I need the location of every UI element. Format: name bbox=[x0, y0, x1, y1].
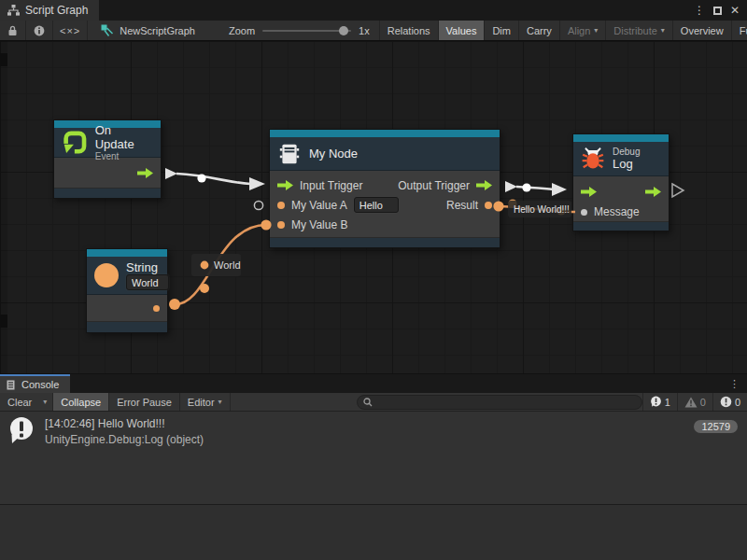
on-update-footer bbox=[54, 189, 161, 198]
node-on-update[interactable]: On Update Event bbox=[53, 119, 162, 199]
graph-asset[interactable]: NewScriptGraph bbox=[88, 21, 204, 40]
flow-dot bbox=[200, 284, 209, 293]
loop-event-icon bbox=[62, 130, 88, 156]
editor-label: Editor bbox=[188, 397, 215, 408]
tab-console[interactable]: Console bbox=[0, 374, 70, 393]
console-log-list: [14:02:46] Hello World!!! UnityEngine.De… bbox=[0, 412, 747, 504]
wire-start-arrow bbox=[505, 181, 517, 192]
result-port[interactable] bbox=[485, 202, 492, 209]
output-trigger-port[interactable] bbox=[476, 180, 492, 190]
window-menu-icon[interactable]: ⋮ bbox=[694, 5, 705, 16]
error-count-button[interactable]: 0 bbox=[712, 393, 747, 411]
on-update-output-port[interactable] bbox=[137, 168, 153, 178]
zoom-label: Zoom bbox=[229, 25, 255, 36]
distribute-button[interactable]: Distribute ▾ bbox=[606, 21, 672, 40]
collapse-button[interactable]: Collapse bbox=[53, 393, 109, 411]
console-toolbar: Clear ▾ Collapse Error Pause Editor ▾ bbox=[0, 393, 747, 412]
control-wire-1 bbox=[176, 174, 250, 184]
value-a-row: My Value A Result bbox=[270, 195, 500, 215]
overview-label: Overview bbox=[681, 25, 724, 36]
clear-button[interactable]: Clear bbox=[0, 393, 37, 411]
my-value-a-port[interactable] bbox=[277, 202, 285, 209]
overview-button[interactable]: Overview bbox=[673, 21, 732, 40]
my-value-b-port[interactable] bbox=[277, 221, 285, 229]
console-menu-icon[interactable]: ⋮ bbox=[729, 374, 747, 393]
graph-toolbar: <×> NewScriptGraph Zoom 1x Relations Val… bbox=[0, 21, 747, 41]
editor-dropdown-button[interactable]: Editor ▾ bbox=[180, 393, 231, 411]
node-accent-bar bbox=[573, 134, 669, 142]
zoom-slider[interactable] bbox=[262, 30, 351, 32]
zoom-value: 1x bbox=[359, 25, 370, 36]
log-input-trigger-port[interactable] bbox=[581, 187, 597, 197]
wire-end-arrow bbox=[249, 177, 265, 190]
my-value-b-label: My Value B bbox=[291, 218, 347, 231]
on-update-header: On Update Event bbox=[54, 128, 161, 158]
message-label: Message bbox=[594, 205, 640, 218]
node-string[interactable]: String bbox=[86, 248, 168, 333]
trigger-row: Input Trigger Output Trigger bbox=[270, 175, 500, 195]
output-trigger-label: Output Trigger bbox=[398, 179, 470, 192]
my-value-a-label: My Value A bbox=[291, 199, 347, 212]
full-screen-button[interactable]: Full S bbox=[732, 21, 747, 40]
tab-script-graph[interactable]: Script Graph bbox=[0, 0, 99, 21]
collapse-label: Collapse bbox=[61, 397, 101, 408]
console-panel: Console ⋮ Clear ▾ Collapse Error Pause E… bbox=[0, 373, 747, 560]
search-icon bbox=[363, 398, 373, 407]
my-node-body: Input Trigger Output Trigger My Value A … bbox=[270, 171, 500, 238]
unity-window: Script Graph ⋮ ✕ <×> bbox=[0, 0, 747, 560]
control-wire-2 bbox=[516, 187, 556, 189]
string-value-input[interactable] bbox=[126, 274, 169, 290]
node-accent-bar bbox=[270, 130, 500, 137]
window-controls: ⋮ ✕ bbox=[694, 0, 747, 21]
info-button[interactable] bbox=[26, 21, 53, 40]
on-update-body bbox=[54, 158, 161, 189]
node-my-node[interactable]: My Node Input Trigger Output Trigger bbox=[269, 129, 500, 248]
debug-log-body: Message bbox=[573, 176, 669, 222]
values-button[interactable]: Values bbox=[439, 21, 486, 40]
error-pause-button[interactable]: Error Pause bbox=[109, 393, 180, 411]
input-trigger-port[interactable] bbox=[277, 180, 293, 190]
script-graph-icon bbox=[101, 24, 114, 36]
debug-log-footer bbox=[573, 222, 669, 231]
info-count-button[interactable]: 1 bbox=[642, 393, 677, 411]
align-button[interactable]: Align ▾ bbox=[560, 21, 606, 40]
window-maximize-icon[interactable] bbox=[713, 7, 722, 15]
error-pause-label: Error Pause bbox=[117, 397, 172, 408]
string-output-port[interactable] bbox=[153, 305, 160, 312]
error-count: 0 bbox=[735, 397, 740, 408]
zoom-control: Zoom 1x bbox=[204, 21, 377, 40]
wire-start-arrow bbox=[165, 168, 177, 179]
dim-button[interactable]: Dim bbox=[485, 21, 519, 40]
info-icon bbox=[34, 25, 45, 36]
distribute-label: Distribute bbox=[613, 25, 656, 36]
carry-button[interactable]: Carry bbox=[519, 21, 560, 40]
dropdown-arrow-icon: ▾ bbox=[661, 26, 665, 35]
edge-mark bbox=[0, 53, 7, 66]
relations-label: Relations bbox=[388, 25, 430, 36]
log-output-trigger-port[interactable] bbox=[645, 187, 661, 197]
flow-dot bbox=[197, 174, 205, 182]
string-header: String bbox=[87, 257, 167, 295]
flow-dot bbox=[557, 206, 565, 215]
relations-button[interactable]: Relations bbox=[379, 21, 439, 40]
on-update-subtitle: Event bbox=[95, 151, 153, 161]
dropdown-arrow-icon: ▾ bbox=[594, 26, 598, 35]
clear-dropdown-button[interactable]: ▾ bbox=[37, 393, 53, 411]
my-node-header: My Node bbox=[270, 137, 500, 171]
console-tab-title: Console bbox=[21, 379, 59, 390]
console-search-input[interactable] bbox=[376, 396, 636, 409]
console-search[interactable] bbox=[357, 395, 642, 410]
string-title: String bbox=[126, 260, 169, 274]
message-port[interactable] bbox=[581, 209, 587, 216]
svg-text:World: World bbox=[214, 259, 241, 271]
warning-count-button[interactable]: 0 bbox=[677, 393, 712, 411]
edit-source-button[interactable]: <×> bbox=[53, 21, 88, 40]
zoom-slider-handle[interactable] bbox=[339, 26, 348, 35]
node-debug-log[interactable]: Debug Log Message bbox=[572, 133, 669, 231]
graph-tab-icon bbox=[7, 5, 20, 16]
graph-canvas[interactable]: On Update Event bbox=[0, 41, 747, 373]
log-entry[interactable]: [14:02:46] Hello World!!! UnityEngine.De… bbox=[0, 412, 747, 455]
window-close-icon[interactable]: ✕ bbox=[730, 5, 740, 16]
lock-button[interactable] bbox=[0, 21, 26, 40]
my-value-a-input[interactable] bbox=[354, 197, 399, 213]
